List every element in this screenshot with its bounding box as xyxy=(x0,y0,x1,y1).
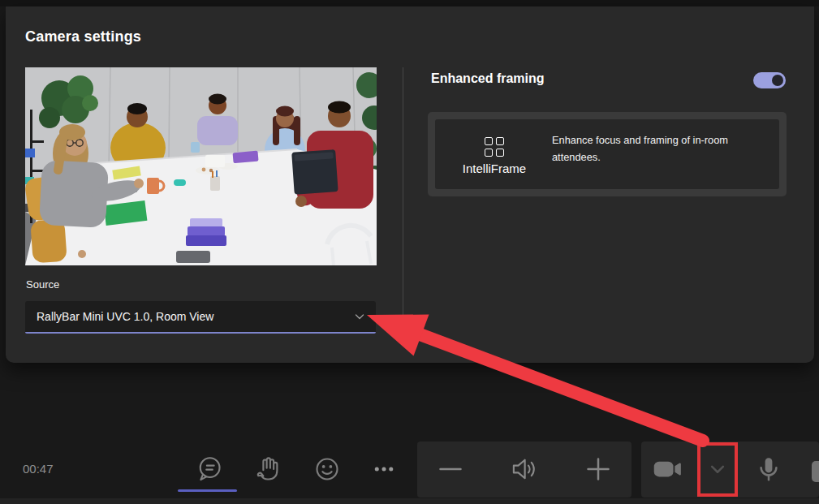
share-icon-partial[interactable] xyxy=(812,461,819,482)
volume-down-icon xyxy=(434,453,467,485)
raise-hand-icon xyxy=(252,453,284,485)
chat-icon xyxy=(193,453,226,485)
volume-up-button[interactable] xyxy=(580,450,617,488)
volume-down-button[interactable] xyxy=(432,450,469,488)
chevron-down-icon xyxy=(353,310,366,323)
notebooks xyxy=(186,218,226,246)
camera-settings-dialog: Camera settings xyxy=(6,6,814,363)
intelliframe-name: IntelliFrame xyxy=(463,162,526,175)
more-options-button[interactable] xyxy=(365,450,403,488)
chat-button[interactable] xyxy=(191,450,228,488)
annotation-highlight-box xyxy=(697,442,738,497)
camera-preview-illustration xyxy=(25,67,377,265)
speaker-icon xyxy=(508,453,541,485)
microphone-button[interactable] xyxy=(750,450,787,488)
intelliframe-card-inner: IntelliFrame Enhance focus and framing o… xyxy=(435,119,779,189)
intelliframe-description: Enhance focus and framing of in-room att… xyxy=(552,131,761,166)
intelliframe-card[interactable]: IntelliFrame Enhance focus and framing o… xyxy=(428,112,787,196)
dialog-title: Camera settings xyxy=(25,28,141,45)
source-dropdown-value: RallyBar Mini UVC 1.0, Room View xyxy=(37,310,353,323)
chat-active-indicator xyxy=(178,489,237,492)
enhanced-framing-toggle[interactable] xyxy=(753,72,786,88)
reactions-button[interactable] xyxy=(308,450,346,488)
enhanced-framing-label: Enhanced framing xyxy=(431,71,545,86)
source-dropdown[interactable]: RallyBar Mini UVC 1.0, Room View xyxy=(25,301,376,334)
reactions-icon xyxy=(311,453,343,485)
video-camera-icon xyxy=(651,453,683,485)
microphone-icon xyxy=(752,453,785,485)
camera-preview xyxy=(25,67,377,265)
speaker-button[interactable] xyxy=(506,450,543,488)
camera-button[interactable] xyxy=(649,450,686,488)
dialog-divider xyxy=(403,67,403,335)
toggle-knob xyxy=(772,75,783,86)
raise-hand-button[interactable] xyxy=(249,450,287,488)
bottom-edge-strip xyxy=(0,498,819,504)
volume-controls-panel xyxy=(417,442,631,498)
intelliframe-icon-block: IntelliFrame xyxy=(450,132,539,179)
meeting-timer: 00:47 xyxy=(23,462,54,476)
source-label: Source xyxy=(26,278,59,291)
window-top-strip xyxy=(0,0,819,6)
laptop xyxy=(291,149,338,195)
more-icon xyxy=(368,453,400,485)
intelliframe-grid-icon xyxy=(485,137,504,157)
volume-up-icon xyxy=(582,453,614,485)
